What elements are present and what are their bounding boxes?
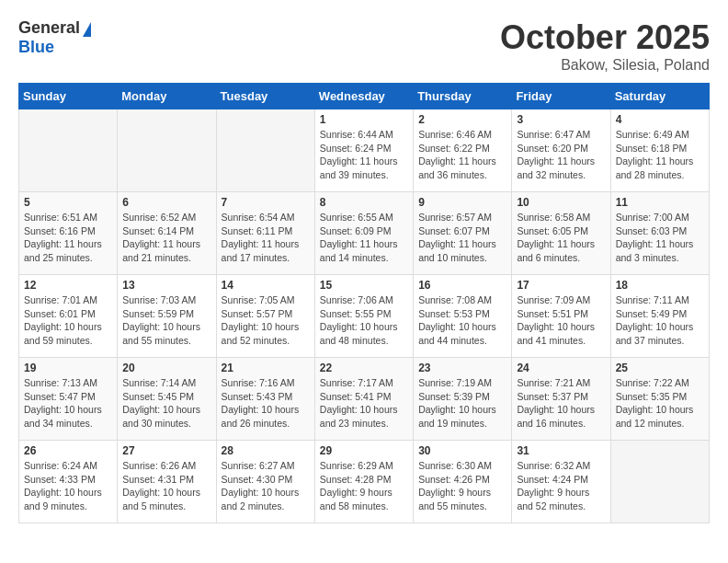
day-number: 10 bbox=[517, 196, 605, 209]
day-detail: Sunrise: 6:49 AM Sunset: 6:18 PM Dayligh… bbox=[616, 128, 704, 182]
day-number: 20 bbox=[122, 362, 210, 374]
calendar-cell: 20Sunrise: 7:14 AM Sunset: 5:45 PM Dayli… bbox=[118, 358, 216, 441]
logo: General Blue bbox=[18, 18, 91, 57]
day-number: 6 bbox=[122, 196, 210, 209]
day-detail: Sunrise: 6:51 AM Sunset: 6:16 PM Dayligh… bbox=[24, 211, 112, 265]
day-detail: Sunrise: 7:16 AM Sunset: 5:43 PM Dayligh… bbox=[222, 376, 310, 431]
calendar-header-monday: Monday bbox=[118, 84, 216, 109]
day-number: 16 bbox=[418, 279, 506, 292]
day-number: 31 bbox=[517, 444, 605, 457]
calendar-cell: 10Sunrise: 6:58 AM Sunset: 6:05 PM Dayli… bbox=[512, 192, 610, 275]
day-detail: Sunrise: 6:47 AM Sunset: 6:20 PM Dayligh… bbox=[517, 128, 605, 182]
day-detail: Sunrise: 7:11 AM Sunset: 5:49 PM Dayligh… bbox=[616, 293, 704, 348]
calendar-cell: 9Sunrise: 6:57 AM Sunset: 6:07 PM Daylig… bbox=[414, 192, 512, 275]
day-detail: Sunrise: 7:17 AM Sunset: 5:41 PM Dayligh… bbox=[320, 376, 408, 431]
calendar-cell: 25Sunrise: 7:22 AM Sunset: 5:35 PM Dayli… bbox=[610, 358, 709, 441]
day-detail: Sunrise: 7:13 AM Sunset: 5:47 PM Dayligh… bbox=[24, 376, 112, 431]
day-number: 15 bbox=[320, 279, 408, 292]
day-detail: Sunrise: 6:27 AM Sunset: 4:30 PM Dayligh… bbox=[222, 459, 310, 513]
day-number: 25 bbox=[616, 362, 704, 374]
calendar-cell: 26Sunrise: 6:24 AM Sunset: 4:33 PM Dayli… bbox=[19, 441, 118, 523]
calendar-cell: 14Sunrise: 7:05 AM Sunset: 5:57 PM Dayli… bbox=[216, 275, 314, 358]
calendar-cell: 16Sunrise: 7:08 AM Sunset: 5:53 PM Dayli… bbox=[414, 275, 512, 358]
day-number: 8 bbox=[320, 196, 408, 209]
day-number: 1 bbox=[320, 113, 408, 126]
day-detail: Sunrise: 6:32 AM Sunset: 4:24 PM Dayligh… bbox=[517, 459, 605, 513]
day-detail: Sunrise: 7:01 AM Sunset: 6:01 PM Dayligh… bbox=[24, 293, 112, 348]
day-detail: Sunrise: 6:54 AM Sunset: 6:11 PM Dayligh… bbox=[222, 211, 310, 265]
calendar-cell: 3Sunrise: 6:47 AM Sunset: 6:20 PM Daylig… bbox=[512, 109, 610, 192]
calendar-cell: 19Sunrise: 7:13 AM Sunset: 5:47 PM Dayli… bbox=[19, 358, 118, 441]
day-number: 13 bbox=[122, 279, 210, 292]
day-number: 30 bbox=[418, 444, 506, 457]
day-detail: Sunrise: 6:29 AM Sunset: 4:28 PM Dayligh… bbox=[320, 459, 408, 513]
day-detail: Sunrise: 7:09 AM Sunset: 5:51 PM Dayligh… bbox=[517, 293, 605, 348]
day-detail: Sunrise: 7:00 AM Sunset: 6:03 PM Dayligh… bbox=[616, 211, 704, 265]
day-detail: Sunrise: 7:19 AM Sunset: 5:39 PM Dayligh… bbox=[418, 376, 506, 431]
logo-triangle-icon bbox=[83, 22, 91, 37]
calendar-cell: 23Sunrise: 7:19 AM Sunset: 5:39 PM Dayli… bbox=[414, 358, 512, 441]
calendar-cell bbox=[118, 109, 216, 192]
day-detail: Sunrise: 6:55 AM Sunset: 6:09 PM Dayligh… bbox=[320, 211, 408, 265]
day-number: 19 bbox=[24, 362, 112, 374]
day-number: 3 bbox=[517, 113, 605, 126]
day-detail: Sunrise: 6:44 AM Sunset: 6:24 PM Dayligh… bbox=[320, 128, 408, 182]
calendar-cell: 27Sunrise: 6:26 AM Sunset: 4:31 PM Dayli… bbox=[118, 441, 216, 523]
day-number: 5 bbox=[24, 196, 112, 209]
calendar-cell: 31Sunrise: 6:32 AM Sunset: 4:24 PM Dayli… bbox=[512, 441, 610, 523]
calendar-cell: 8Sunrise: 6:55 AM Sunset: 6:09 PM Daylig… bbox=[314, 192, 413, 275]
calendar-cell: 1Sunrise: 6:44 AM Sunset: 6:24 PM Daylig… bbox=[314, 109, 413, 192]
day-number: 18 bbox=[616, 279, 704, 292]
calendar-cell: 28Sunrise: 6:27 AM Sunset: 4:30 PM Dayli… bbox=[216, 441, 314, 523]
calendar-cell: 15Sunrise: 7:06 AM Sunset: 5:55 PM Dayli… bbox=[314, 275, 413, 358]
calendar-row-2: 12Sunrise: 7:01 AM Sunset: 6:01 PM Dayli… bbox=[19, 275, 710, 358]
day-detail: Sunrise: 6:57 AM Sunset: 6:07 PM Dayligh… bbox=[418, 211, 506, 265]
day-detail: Sunrise: 6:26 AM Sunset: 4:31 PM Dayligh… bbox=[122, 459, 210, 513]
calendar-row-1: 5Sunrise: 6:51 AM Sunset: 6:16 PM Daylig… bbox=[19, 192, 710, 275]
calendar-row-3: 19Sunrise: 7:13 AM Sunset: 5:47 PM Dayli… bbox=[19, 358, 710, 441]
day-detail: Sunrise: 6:30 AM Sunset: 4:26 PM Dayligh… bbox=[418, 459, 506, 513]
day-detail: Sunrise: 7:22 AM Sunset: 5:35 PM Dayligh… bbox=[616, 376, 704, 431]
day-detail: Sunrise: 7:06 AM Sunset: 5:55 PM Dayligh… bbox=[320, 293, 408, 348]
calendar-cell: 5Sunrise: 6:51 AM Sunset: 6:16 PM Daylig… bbox=[19, 192, 118, 275]
calendar-cell: 2Sunrise: 6:46 AM Sunset: 6:22 PM Daylig… bbox=[414, 109, 512, 192]
day-number: 17 bbox=[517, 279, 605, 292]
day-number: 4 bbox=[616, 113, 704, 126]
day-detail: Sunrise: 7:08 AM Sunset: 5:53 PM Dayligh… bbox=[418, 293, 506, 348]
calendar-header-sunday: Sunday bbox=[19, 84, 118, 109]
logo-blue-text: Blue bbox=[18, 38, 54, 57]
calendar-cell: 30Sunrise: 6:30 AM Sunset: 4:26 PM Dayli… bbox=[414, 441, 512, 523]
day-number: 22 bbox=[320, 362, 408, 374]
day-number: 28 bbox=[222, 444, 310, 457]
logo-general-text: General bbox=[18, 18, 80, 38]
day-detail: Sunrise: 6:24 AM Sunset: 4:33 PM Dayligh… bbox=[24, 459, 112, 513]
page-header: General Blue October 2025 Bakow, Silesia… bbox=[18, 18, 710, 74]
calendar-cell: 21Sunrise: 7:16 AM Sunset: 5:43 PM Dayli… bbox=[216, 358, 314, 441]
calendar-cell: 7Sunrise: 6:54 AM Sunset: 6:11 PM Daylig… bbox=[216, 192, 314, 275]
day-detail: Sunrise: 6:46 AM Sunset: 6:22 PM Dayligh… bbox=[418, 128, 506, 182]
page-title: October 2025 bbox=[500, 18, 710, 57]
calendar-cell: 12Sunrise: 7:01 AM Sunset: 6:01 PM Dayli… bbox=[19, 275, 118, 358]
calendar-cell: 29Sunrise: 6:29 AM Sunset: 4:28 PM Dayli… bbox=[314, 441, 413, 523]
day-number: 24 bbox=[517, 362, 605, 374]
day-number: 11 bbox=[616, 196, 704, 209]
calendar-row-0: 1Sunrise: 6:44 AM Sunset: 6:24 PM Daylig… bbox=[19, 109, 710, 192]
day-number: 2 bbox=[418, 113, 506, 126]
day-number: 12 bbox=[24, 279, 112, 292]
calendar-cell: 18Sunrise: 7:11 AM Sunset: 5:49 PM Dayli… bbox=[610, 275, 709, 358]
calendar-header-row: SundayMondayTuesdayWednesdayThursdayFrid… bbox=[19, 84, 710, 109]
calendar-table: SundayMondayTuesdayWednesdayThursdayFrid… bbox=[18, 83, 710, 523]
calendar-cell: 13Sunrise: 7:03 AM Sunset: 5:59 PM Dayli… bbox=[118, 275, 216, 358]
day-number: 29 bbox=[320, 444, 408, 457]
calendar-cell bbox=[19, 109, 118, 192]
calendar-cell: 22Sunrise: 7:17 AM Sunset: 5:41 PM Dayli… bbox=[314, 358, 413, 441]
calendar-header-saturday: Saturday bbox=[610, 84, 709, 109]
calendar-header-friday: Friday bbox=[512, 84, 610, 109]
day-number: 9 bbox=[418, 196, 506, 209]
day-number: 14 bbox=[222, 279, 310, 292]
day-detail: Sunrise: 7:14 AM Sunset: 5:45 PM Dayligh… bbox=[122, 376, 210, 431]
page-subtitle: Bakow, Silesia, Poland bbox=[500, 57, 710, 74]
day-number: 21 bbox=[222, 362, 310, 374]
day-number: 7 bbox=[222, 196, 310, 209]
day-number: 27 bbox=[122, 444, 210, 457]
